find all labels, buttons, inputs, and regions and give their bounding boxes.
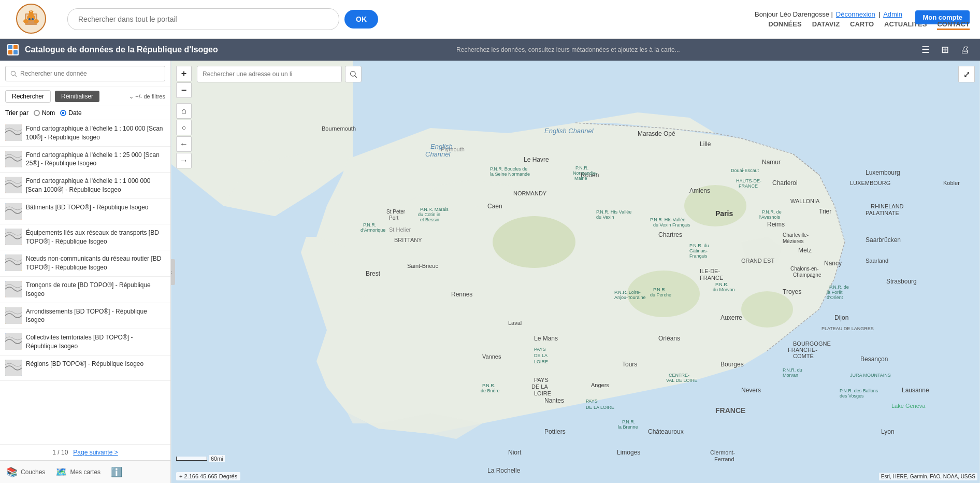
zoom-out-button[interactable]: − <box>176 82 192 98</box>
svg-point-25 <box>493 216 575 268</box>
svg-text:English: English <box>430 143 453 150</box>
svg-text:P.N.R. Hts Vallée: P.N.R. Hts Vallée <box>650 217 685 222</box>
svg-text:Brest: Brest <box>366 270 381 277</box>
left-panel: Rechercher Réinitialiser ⌄ +/- de filtre… <box>0 61 171 483</box>
svg-text:Tours: Tours <box>622 361 637 368</box>
svg-text:Champagne: Champagne <box>793 272 822 278</box>
data-item-thumbnail <box>5 254 22 271</box>
data-list-item[interactable]: Nœuds non-communicants du réseau routier… <box>0 250 170 277</box>
search-button[interactable]: Rechercher <box>5 90 51 103</box>
svg-text:Trier: Trier <box>819 208 831 215</box>
svg-text:PAYS: PAYS <box>534 377 549 383</box>
expand-map-button[interactable]: ⤢ <box>958 66 975 82</box>
svg-text:du Perche: du Perche <box>650 292 671 297</box>
svg-point-9 <box>23 19 28 23</box>
svg-text:Bourges: Bourges <box>720 361 744 368</box>
svg-text:Lake Geneva: Lake Geneva <box>891 403 926 409</box>
data-item-thumbnail <box>5 177 22 193</box>
reset-button[interactable]: Réinitialiser <box>55 91 99 102</box>
data-search-input[interactable] <box>5 66 165 81</box>
svg-text:Kobler: Kobler <box>943 180 960 186</box>
nav-dataviz[interactable]: DATAVIZ <box>812 20 840 28</box>
data-list-item[interactable]: Collectivités territoriales [BD TOPO®] -… <box>0 329 170 356</box>
back-button[interactable]: ← <box>176 136 192 152</box>
svg-text:LUXEMBOURG: LUXEMBOURG <box>850 180 890 186</box>
home-button[interactable]: ⌂ <box>176 103 192 119</box>
data-list: Fond cartographique à l'échelle 1 : 100 … <box>0 120 170 444</box>
filter-chevron: ⌄ <box>129 93 134 100</box>
svg-text:Mézieres: Mézieres <box>783 238 804 244</box>
svg-text:ILE-DE-: ILE-DE- <box>700 268 720 274</box>
svg-text:du Morvan: du Morvan <box>713 287 735 292</box>
svg-text:Channel: Channel <box>425 150 451 158</box>
main-content: Rechercher Réinitialiser ⌄ +/- de filtre… <box>0 61 980 483</box>
sort-nom-option[interactable]: Nom <box>34 109 55 117</box>
map-area[interactable]: Caen NORMANDY Plymouth St Helier Brest B… <box>171 61 980 483</box>
svg-text:PLATEAU DE LANGRES: PLATEAU DE LANGRES <box>822 326 874 331</box>
data-list-item[interactable]: Régions [BD TOPO®] - République Isogeo <box>0 356 170 381</box>
next-page-link[interactable]: Page suivante > <box>73 449 118 456</box>
search-ok-button[interactable]: OK <box>344 10 378 29</box>
data-item-title: Fond cartographique à l'échelle 1 : 100 … <box>26 124 165 142</box>
info-tab[interactable]: ℹ️ <box>111 466 122 478</box>
svg-text:du Cotin in: du Cotin in <box>418 212 440 217</box>
svg-point-150 <box>351 72 355 76</box>
data-list-item[interactable]: Équipements liés aux réseaux de transpor… <box>0 224 170 251</box>
data-list-item[interactable]: Tronçons de route [BD TOPO®] - Républiqu… <box>0 277 170 303</box>
svg-text:des Vosges: des Vosges <box>840 393 864 399</box>
svg-text:Clermont-: Clermont- <box>710 449 736 456</box>
map-scale: 60mi <box>176 455 225 462</box>
svg-text:BOURGOGNE: BOURGOGNE <box>793 340 831 347</box>
svg-text:Charleville-: Charleville- <box>783 232 809 238</box>
svg-text:Chartres: Chartres <box>658 231 682 238</box>
nav-contact[interactable]: CONTACT <box>937 20 970 28</box>
filter-toggle[interactable]: ⌄ +/- de filtres <box>129 93 165 100</box>
svg-text:Reims: Reims <box>767 221 785 228</box>
layers-tab[interactable]: 📚 Couches <box>6 466 45 478</box>
data-list-item[interactable]: Fond cartographique à l'échelle 1 : 100 … <box>0 120 170 147</box>
svg-text:WALLONIA: WALLONIA <box>790 198 820 204</box>
admin-link[interactable]: Admin <box>883 10 902 18</box>
svg-text:Chalons-en-: Chalons-en- <box>790 266 818 272</box>
layers-button[interactable]: ⊞ <box>938 43 952 56</box>
disconnect-link[interactable]: Déconnexion <box>836 10 875 18</box>
svg-text:Limoges: Limoges <box>617 449 640 456</box>
svg-text:P.N.R.: P.N.R. <box>575 165 588 171</box>
data-list-item[interactable]: Fond cartographique à l'échelle 1 : 1 00… <box>0 173 170 199</box>
data-list-item[interactable]: Bâtiments [BD TOPO®] - République Isogeo <box>0 199 170 224</box>
map-search-button[interactable] <box>345 66 362 82</box>
svg-text:Bournemouth: Bournemouth <box>322 125 356 132</box>
svg-text:du Vexin Français: du Vexin Français <box>653 222 690 228</box>
forward-button[interactable]: → <box>176 153 192 168</box>
svg-text:Orléans: Orléans <box>658 335 680 342</box>
rotation-button[interactable]: ○ <box>176 120 192 135</box>
data-list-item[interactable]: Arrondissements [BD TOPO®] - République … <box>0 303 170 330</box>
sort-date-option[interactable]: Date <box>60 109 81 117</box>
svg-text:FRANCHE-: FRANCHE- <box>788 347 817 353</box>
zoom-in-button[interactable]: + <box>176 66 192 81</box>
map-collapse-handle[interactable]: ‹ <box>171 259 175 285</box>
svg-point-12 <box>32 18 34 20</box>
svg-text:Douai-Escaut: Douai-Escaut <box>731 168 759 173</box>
svg-text:Saarbrücken: Saarbrücken <box>866 236 901 244</box>
my-maps-tab[interactable]: 🗺️ Mes cartes <box>55 466 100 478</box>
data-list-item[interactable]: Fond cartographique à l'échelle 1 : 25 0… <box>0 147 170 173</box>
svg-text:Châteauroux: Châteauroux <box>648 428 684 435</box>
map-coordinates: + 2.166 45.665 Degrés <box>176 472 240 480</box>
print-button[interactable]: 🖨 <box>957 43 973 56</box>
svg-text:Lausanne: Lausanne <box>902 387 929 394</box>
map-attribution: Esri, HERE, Garmin, FAO, NOAA, USGS <box>879 473 977 480</box>
main-search-input[interactable] <box>67 8 339 30</box>
nav-carto[interactable]: CARTO <box>850 20 874 28</box>
svg-text:P.N.R. du: P.N.R. du <box>689 243 709 248</box>
svg-text:Dijon: Dijon <box>834 314 848 321</box>
map-search-input[interactable] <box>197 66 342 82</box>
svg-text:P.N.R.: P.N.R. <box>482 383 495 388</box>
data-item-thumbnail <box>5 151 22 167</box>
sort-label: Trier par <box>5 109 28 117</box>
svg-line-151 <box>355 76 357 78</box>
my-maps-icon: 🗺️ <box>55 466 67 478</box>
list-view-button[interactable]: ☰ <box>918 43 933 56</box>
nav-donnees[interactable]: DONNÉES <box>768 20 801 28</box>
logo-image <box>10 3 52 34</box>
